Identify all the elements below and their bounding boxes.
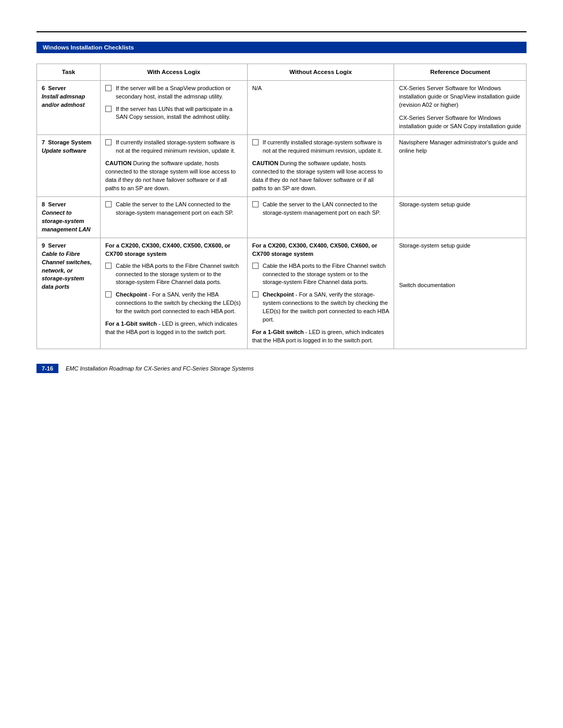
page: Windows Installation Checklists Task Wit…	[0, 0, 563, 728]
checkbox-icon[interactable]	[105, 139, 112, 145]
without-item-7-1: CAUTION During the software update, host…	[252, 159, 389, 193]
without-item-text: Cable the server to the LAN connected to…	[263, 201, 389, 217]
task-title-9: Server	[48, 242, 66, 249]
footer: 7-16 EMC Installation Roadmap for CX-Ser…	[36, 364, 527, 373]
task-cell-7: 7 Storage System Update software	[37, 135, 101, 197]
task-subtitle-8: Connect to storage-system management LAN	[42, 209, 91, 232]
with-item-9-1: Checkpoint - For a SAN, verify the HBA c…	[105, 291, 242, 316]
with-item-text: If the server has LUNs that will partici…	[116, 105, 242, 122]
table-row: 9 Server Cable to Fibre Channel switches…	[37, 238, 527, 349]
checkbox-icon[interactable]	[105, 263, 112, 269]
task-num-8: 8	[42, 201, 45, 207]
without-cell-6: N/A	[247, 80, 394, 135]
ref-cell-8: Storage-system setup guide	[394, 196, 527, 238]
without-cell-8: Cable the server to the LAN connected to…	[247, 196, 394, 238]
table-row: 6 Server Install admsnap and/or admhost …	[37, 80, 527, 135]
task-subtitle-9: Cable to Fibre Channel switches, network…	[42, 251, 92, 290]
task-cell-9: 9 Server Cable to Fibre Channel switches…	[37, 238, 101, 349]
with-cell-9: For a CX200, CX300, CX400, CX500, CX600,…	[101, 238, 248, 349]
task-num-6: 6	[42, 85, 45, 91]
with-item-text: Checkpoint - For a SAN, verify the HBA c…	[116, 291, 242, 316]
without-item-text: Checkpoint - For a SAN, verify the stora…	[263, 291, 389, 324]
na-text: N/A	[252, 85, 262, 91]
task-cell-8: 8 Server Connect to storage-system manag…	[37, 196, 101, 238]
ref-cell-6: CX-Series Server Software for Windows in…	[394, 80, 527, 135]
task-subtitle-7: Update software	[42, 147, 87, 154]
page-number: 7-16	[36, 364, 58, 373]
with-item-9-2: For a 1-Gbit switch - LED is green, whic…	[105, 320, 242, 337]
with-item-6-1: If the server has LUNs that will partici…	[105, 105, 242, 122]
task-subtitle-6: Install admsnap and/or admhost	[42, 93, 85, 108]
with-item-7-1: CAUTION During the software update, host…	[105, 159, 242, 193]
ref-item: CX-Series Server Software for Windows in…	[399, 114, 521, 131]
without-heading-9: For a CX200, CX300, CX400, CX500, CX600,…	[252, 242, 389, 258]
with-item-8-0: Cable the server to the LAN connected to…	[105, 201, 242, 217]
without-cell-7: If currently installed storage-system so…	[247, 135, 394, 197]
col-header-without: Without Access Logix	[247, 64, 394, 81]
checkbox-icon[interactable]	[252, 139, 259, 145]
with-heading-9: For a CX200, CX300, CX400, CX500, CX600,…	[105, 242, 242, 258]
without-item-text: If currently installed storage-system so…	[263, 139, 389, 155]
ref-cell-9: Storage-system setup guide Switch docume…	[394, 238, 527, 349]
ref-item: CX-Series Server Software for Windows in…	[399, 84, 521, 109]
ref-item-9-0: Storage-system setup guide	[399, 242, 521, 250]
checkbox-icon[interactable]	[105, 106, 112, 112]
without-item-9-2: For a 1-Gbit switch - LED is green, whic…	[252, 328, 389, 345]
checkbox-icon[interactable]	[252, 291, 259, 298]
with-item-text: Cable the server to the LAN connected to…	[116, 201, 242, 217]
with-cell-8: Cable the server to the LAN connected to…	[101, 196, 248, 238]
col-header-ref: Reference Document	[394, 64, 527, 81]
ref-item-9-3: Switch documentation	[399, 281, 521, 290]
section-header: Windows Installation Checklists	[36, 42, 527, 53]
footer-text: EMC Installation Roadmap for CX-Series a…	[66, 365, 254, 372]
with-item-text: Cable the HBA ports to the Fibre Channel…	[116, 262, 242, 287]
with-item-9-0: Cable the HBA ports to the Fibre Channel…	[105, 262, 242, 287]
without-item-7-0: If currently installed storage-system so…	[252, 139, 389, 155]
ref-cell-7: Navisphere Manager administrator's guide…	[394, 135, 527, 197]
with-cell-6: If the server will be a SnapView product…	[101, 80, 248, 135]
with-item-6-0: If the server will be a SnapView product…	[105, 84, 242, 101]
task-title-8: Server	[48, 201, 66, 207]
table-row: 8 Server Connect to storage-system manag…	[37, 196, 527, 238]
task-title-7: Storage System	[48, 139, 91, 145]
checkbox-icon[interactable]	[105, 291, 112, 298]
with-cell-7: If currently installed storage-system so…	[101, 135, 248, 197]
checkbox-icon[interactable]	[105, 85, 112, 91]
checkbox-icon[interactable]	[252, 263, 259, 269]
without-item-9-1: Checkpoint - For a SAN, verify the stora…	[252, 291, 389, 324]
task-num-9: 9	[42, 242, 45, 249]
with-item-text: If currently installed storage-system so…	[116, 139, 242, 155]
task-title-6: Server	[48, 85, 66, 91]
task-cell-6: 6 Server Install admsnap and/or admhost	[37, 80, 101, 135]
col-header-task: Task	[37, 64, 101, 81]
main-table: Task With Access Logix Without Access Lo…	[36, 64, 527, 349]
top-rule	[36, 31, 527, 32]
table-row: 7 Storage System Update software If curr…	[37, 135, 527, 197]
with-item-7-0: If currently installed storage-system so…	[105, 139, 242, 155]
task-num-7: 7	[42, 139, 45, 145]
col-header-with: With Access Logix	[101, 64, 248, 81]
without-cell-9: For a CX200, CX300, CX400, CX500, CX600,…	[247, 238, 394, 349]
checkbox-icon[interactable]	[252, 201, 259, 207]
without-item-text: Cable the HBA ports to the Fibre Channel…	[263, 262, 389, 287]
with-item-text: If the server will be a SnapView product…	[116, 84, 242, 101]
without-item-9-0: Cable the HBA ports to the Fibre Channel…	[252, 262, 389, 287]
checkbox-icon[interactable]	[105, 201, 112, 207]
without-item-8-0: Cable the server to the LAN connected to…	[252, 201, 389, 217]
